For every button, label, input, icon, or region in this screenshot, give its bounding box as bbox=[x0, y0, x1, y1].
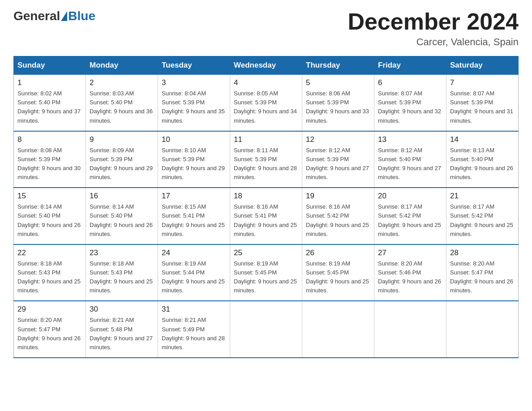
title-block: December 2024 Carcer, Valencia, Spain bbox=[348, 9, 519, 48]
day-number: 16 bbox=[90, 192, 154, 201]
day-info: Sunrise: 8:04 AMSunset: 5:39 PMDaylight:… bbox=[162, 90, 225, 124]
col-sunday: Sunday bbox=[14, 56, 86, 75]
calendar-week-row: 22 Sunrise: 8:18 AMSunset: 5:43 PMDaylig… bbox=[14, 244, 519, 301]
day-info: Sunrise: 8:18 AMSunset: 5:43 PMDaylight:… bbox=[90, 260, 153, 294]
day-number: 10 bbox=[162, 135, 226, 144]
day-info: Sunrise: 8:15 AMSunset: 5:41 PMDaylight:… bbox=[162, 203, 225, 237]
day-number: 14 bbox=[450, 135, 515, 144]
day-info: Sunrise: 8:16 AMSunset: 5:41 PMDaylight:… bbox=[234, 203, 297, 237]
day-info: Sunrise: 8:19 AMSunset: 5:45 PMDaylight:… bbox=[234, 260, 297, 294]
day-number: 3 bbox=[162, 78, 226, 87]
day-number: 13 bbox=[378, 135, 442, 144]
calendar-week-row: 1 Sunrise: 8:02 AMSunset: 5:40 PMDayligh… bbox=[14, 75, 519, 131]
table-row: 6 Sunrise: 8:07 AMSunset: 5:39 PMDayligh… bbox=[374, 75, 446, 131]
table-row: 19 Sunrise: 8:16 AMSunset: 5:42 PMDaylig… bbox=[302, 188, 374, 244]
day-info: Sunrise: 8:12 AMSunset: 5:40 PMDaylight:… bbox=[378, 147, 441, 180]
table-row: 3 Sunrise: 8:04 AMSunset: 5:39 PMDayligh… bbox=[158, 75, 230, 131]
table-row: 26 Sunrise: 8:19 AMSunset: 5:45 PMDaylig… bbox=[302, 244, 374, 301]
col-thursday: Thursday bbox=[302, 56, 374, 75]
day-number: 17 bbox=[162, 192, 226, 201]
table-row bbox=[446, 301, 519, 358]
day-number: 20 bbox=[378, 192, 442, 201]
col-monday: Monday bbox=[86, 56, 158, 75]
day-info: Sunrise: 8:09 AMSunset: 5:39 PMDaylight:… bbox=[90, 147, 153, 180]
table-row: 7 Sunrise: 8:07 AMSunset: 5:39 PMDayligh… bbox=[446, 75, 519, 131]
day-number: 15 bbox=[17, 192, 82, 201]
calendar-header-row: Sunday Monday Tuesday Wednesday Thursday… bbox=[14, 56, 519, 75]
day-number: 12 bbox=[306, 135, 370, 144]
calendar-week-row: 29 Sunrise: 8:20 AMSunset: 5:47 PMDaylig… bbox=[14, 301, 519, 358]
table-row: 27 Sunrise: 8:20 AMSunset: 5:46 PMDaylig… bbox=[374, 244, 446, 301]
table-row: 22 Sunrise: 8:18 AMSunset: 5:43 PMDaylig… bbox=[14, 244, 86, 301]
day-number: 7 bbox=[450, 78, 515, 87]
table-row: 23 Sunrise: 8:18 AMSunset: 5:43 PMDaylig… bbox=[86, 244, 158, 301]
day-info: Sunrise: 8:21 AMSunset: 5:49 PMDaylight:… bbox=[162, 317, 225, 350]
table-row: 11 Sunrise: 8:11 AMSunset: 5:39 PMDaylig… bbox=[230, 131, 302, 188]
day-info: Sunrise: 8:02 AMSunset: 5:40 PMDaylight:… bbox=[17, 90, 81, 124]
day-number: 19 bbox=[306, 192, 370, 201]
table-row: 2 Sunrise: 8:03 AMSunset: 5:40 PMDayligh… bbox=[86, 75, 158, 131]
table-row: 21 Sunrise: 8:17 AMSunset: 5:42 PMDaylig… bbox=[446, 188, 519, 244]
logo-triangle-icon bbox=[61, 11, 67, 21]
day-number: 27 bbox=[378, 248, 442, 257]
table-row: 5 Sunrise: 8:06 AMSunset: 5:39 PMDayligh… bbox=[302, 75, 374, 131]
day-info: Sunrise: 8:21 AMSunset: 5:48 PMDaylight:… bbox=[90, 317, 153, 350]
table-row: 12 Sunrise: 8:12 AMSunset: 5:39 PMDaylig… bbox=[302, 131, 374, 188]
day-info: Sunrise: 8:14 AMSunset: 5:40 PMDaylight:… bbox=[90, 203, 153, 237]
table-row: 25 Sunrise: 8:19 AMSunset: 5:45 PMDaylig… bbox=[230, 244, 302, 301]
day-info: Sunrise: 8:13 AMSunset: 5:40 PMDaylight:… bbox=[450, 147, 513, 180]
page-header: General Blue December 2024 Carcer, Valen… bbox=[13, 9, 519, 48]
day-number: 21 bbox=[450, 192, 515, 201]
col-tuesday: Tuesday bbox=[158, 56, 230, 75]
logo: General Blue bbox=[13, 9, 95, 23]
table-row: 17 Sunrise: 8:15 AMSunset: 5:41 PMDaylig… bbox=[158, 188, 230, 244]
logo-blue-text: Blue bbox=[68, 9, 95, 23]
day-info: Sunrise: 8:17 AMSunset: 5:42 PMDaylight:… bbox=[378, 203, 441, 237]
table-row bbox=[230, 301, 302, 358]
table-row: 13 Sunrise: 8:12 AMSunset: 5:40 PMDaylig… bbox=[374, 131, 446, 188]
table-row bbox=[374, 301, 446, 358]
day-number: 24 bbox=[162, 248, 226, 257]
table-row: 18 Sunrise: 8:16 AMSunset: 5:41 PMDaylig… bbox=[230, 188, 302, 244]
day-number: 26 bbox=[306, 248, 370, 257]
table-row: 30 Sunrise: 8:21 AMSunset: 5:48 PMDaylig… bbox=[86, 301, 158, 358]
day-number: 31 bbox=[162, 305, 226, 314]
day-info: Sunrise: 8:19 AMSunset: 5:44 PMDaylight:… bbox=[162, 260, 225, 294]
calendar-table: Sunday Monday Tuesday Wednesday Thursday… bbox=[13, 56, 519, 358]
table-row: 15 Sunrise: 8:14 AMSunset: 5:40 PMDaylig… bbox=[14, 188, 86, 244]
table-row: 31 Sunrise: 8:21 AMSunset: 5:49 PMDaylig… bbox=[158, 301, 230, 358]
day-number: 22 bbox=[17, 248, 82, 257]
day-info: Sunrise: 8:12 AMSunset: 5:39 PMDaylight:… bbox=[306, 147, 369, 180]
calendar-week-row: 8 Sunrise: 8:08 AMSunset: 5:39 PMDayligh… bbox=[14, 131, 519, 188]
day-number: 4 bbox=[234, 78, 298, 87]
calendar-week-row: 15 Sunrise: 8:14 AMSunset: 5:40 PMDaylig… bbox=[14, 188, 519, 244]
day-number: 18 bbox=[234, 192, 298, 201]
table-row: 16 Sunrise: 8:14 AMSunset: 5:40 PMDaylig… bbox=[86, 188, 158, 244]
table-row: 20 Sunrise: 8:17 AMSunset: 5:42 PMDaylig… bbox=[374, 188, 446, 244]
day-number: 11 bbox=[234, 135, 298, 144]
location-subtitle: Carcer, Valencia, Spain bbox=[348, 36, 519, 48]
table-row: 1 Sunrise: 8:02 AMSunset: 5:40 PMDayligh… bbox=[14, 75, 86, 131]
table-row: 28 Sunrise: 8:20 AMSunset: 5:47 PMDaylig… bbox=[446, 244, 519, 301]
day-info: Sunrise: 8:05 AMSunset: 5:39 PMDaylight:… bbox=[234, 90, 297, 124]
day-info: Sunrise: 8:18 AMSunset: 5:43 PMDaylight:… bbox=[17, 260, 81, 294]
day-info: Sunrise: 8:08 AMSunset: 5:39 PMDaylight:… bbox=[17, 147, 81, 180]
day-info: Sunrise: 8:14 AMSunset: 5:40 PMDaylight:… bbox=[17, 203, 81, 237]
day-info: Sunrise: 8:20 AMSunset: 5:47 PMDaylight:… bbox=[17, 317, 81, 350]
table-row bbox=[302, 301, 374, 358]
day-info: Sunrise: 8:11 AMSunset: 5:39 PMDaylight:… bbox=[234, 147, 297, 180]
day-info: Sunrise: 8:03 AMSunset: 5:40 PMDaylight:… bbox=[90, 90, 153, 124]
day-info: Sunrise: 8:20 AMSunset: 5:46 PMDaylight:… bbox=[378, 260, 441, 294]
logo-general-text: General bbox=[13, 9, 60, 23]
day-number: 8 bbox=[17, 135, 82, 144]
day-info: Sunrise: 8:06 AMSunset: 5:39 PMDaylight:… bbox=[306, 90, 369, 124]
month-title: December 2024 bbox=[348, 9, 519, 34]
col-saturday: Saturday bbox=[446, 56, 519, 75]
day-number: 6 bbox=[378, 78, 442, 87]
day-number: 5 bbox=[306, 78, 370, 87]
table-row: 14 Sunrise: 8:13 AMSunset: 5:40 PMDaylig… bbox=[446, 131, 519, 188]
day-number: 30 bbox=[90, 305, 154, 314]
day-number: 9 bbox=[90, 135, 154, 144]
day-info: Sunrise: 8:19 AMSunset: 5:45 PMDaylight:… bbox=[306, 260, 369, 294]
col-wednesday: Wednesday bbox=[230, 56, 302, 75]
